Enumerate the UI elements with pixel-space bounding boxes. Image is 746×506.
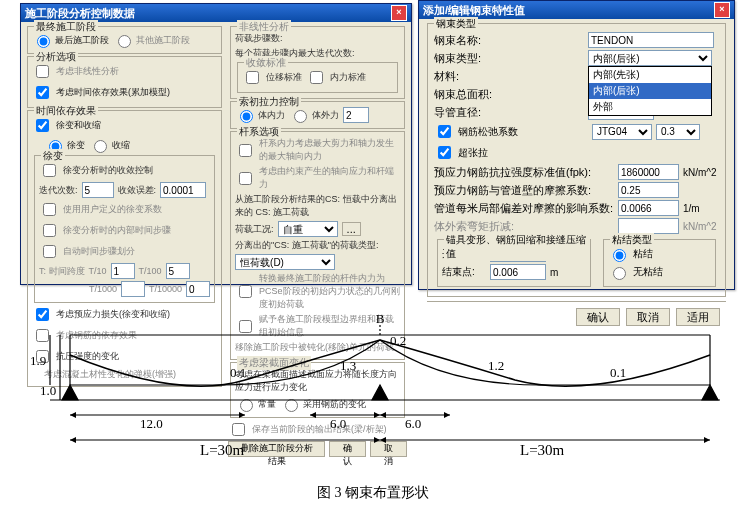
add-select[interactable]: 恒荷载(D)	[235, 254, 335, 270]
end-input[interactable]	[490, 264, 546, 280]
ecc-input[interactable]	[618, 218, 679, 234]
end-unit: m	[550, 267, 558, 278]
cable-legend: 索初拉力控制	[237, 95, 301, 109]
relax-label: 钢筋松弛系数	[458, 125, 588, 139]
tendon-property-dialog: 添加/编辑钢束特性值 × 钢束类型 钢束名称: 钢束类型: 内部(后张) 内部(…	[418, 0, 735, 290]
chk-timedep[interactable]	[36, 86, 49, 99]
relax-val-select[interactable]: 0.3	[656, 124, 700, 140]
opt-creep-label: 徐变	[67, 139, 85, 152]
construction-stage-dialog: 施工阶段分析控制数据 × 最终施工阶段 最后施工阶段 其他施工阶段 分析选项 考…	[20, 3, 412, 285]
chk-autostep[interactable]	[43, 245, 56, 258]
svg-text:0.1: 0.1	[610, 365, 626, 380]
lc-select[interactable]: 自重	[278, 221, 338, 237]
t100-input[interactable]	[166, 263, 190, 279]
chk-fr3[interactable]	[239, 285, 252, 298]
chk-fr2[interactable]	[239, 172, 252, 185]
chk-creep-shrink[interactable]	[36, 119, 49, 132]
bond-legend: 粘结类型	[610, 233, 654, 247]
chk-fr1[interactable]	[239, 144, 252, 157]
nl-legend: 非线性分析	[237, 20, 291, 34]
bond-yes-label: 粘结	[633, 247, 653, 261]
anchor-group: 锚具变形、钢筋回缩和接缝压缩值 开始点:m 结束点:m	[437, 239, 591, 287]
creep-shrink-label: 徐变和收缩	[56, 119, 101, 132]
tendon-layout-diagram: B 1.9 1.0 0.1 1.3 0.2 1.2 0.1 12.0 6.0 6…	[10, 300, 736, 500]
mu-input[interactable]	[618, 182, 679, 198]
nl-group: 非线性分析 荷载步骤数: 每个荷载步骤内最大迭代次数: 收敛标准 位移标准 内力…	[230, 26, 405, 99]
t1000-label: T/1000	[89, 284, 117, 294]
svg-text:1.3: 1.3	[340, 358, 356, 373]
t-label: T: 时间跨度	[39, 265, 85, 278]
tol-label: 收敛误差:	[118, 184, 157, 197]
chk-usercreep[interactable]	[43, 203, 56, 216]
anchor-legend: 锚具变形、钢筋回缩和接缝压缩值	[444, 233, 590, 261]
end-label: 结束点:	[442, 265, 486, 279]
svg-text:B: B	[376, 311, 385, 326]
chk-timestep[interactable]	[43, 224, 56, 237]
svg-text:6.0: 6.0	[330, 416, 346, 431]
ecc-label: 体外索弯矩折减:	[434, 219, 614, 234]
fpk-label: 预应力钢筋抗拉强度标准值(fpk):	[434, 165, 614, 180]
chk-disp[interactable]	[246, 71, 259, 84]
close-icon[interactable]: ×	[391, 5, 407, 21]
chk-conv[interactable]	[43, 164, 56, 177]
svg-text:12.0: 12.0	[140, 416, 163, 431]
chk-nonlinear[interactable]	[36, 65, 49, 78]
relax-code-select[interactable]: JTG04	[592, 124, 652, 140]
t10000-input[interactable]	[186, 281, 210, 297]
dd-opt-ext[interactable]: 外部	[589, 99, 711, 115]
fpk-input[interactable]	[618, 164, 679, 180]
chk-nonlinear-label: 考虑非线性分析	[56, 65, 119, 78]
t10-label: T/10	[89, 266, 107, 276]
overtension-label: 超张拉	[458, 146, 488, 160]
bond-group: 粘结类型 粘结 无粘结	[603, 239, 716, 287]
t10000-label: T/10000	[149, 284, 182, 294]
iter-input[interactable]	[82, 182, 114, 198]
area-label: 钢束总面积:	[434, 87, 584, 102]
tendon-type-legend: 钢束类型	[434, 17, 478, 31]
opt-shrink[interactable]	[94, 140, 107, 153]
relax-check[interactable]	[438, 125, 451, 138]
nl-conv-legend: 收敛标准	[244, 56, 288, 70]
name-input[interactable]	[588, 32, 714, 48]
close-icon[interactable]: ×	[714, 2, 730, 18]
name-label: 钢束名称:	[434, 33, 584, 48]
lc-label: 荷载工况:	[235, 223, 274, 236]
fpk-unit: kN/m^2	[683, 167, 717, 178]
k-input[interactable]	[618, 200, 679, 216]
overtension-check[interactable]	[438, 146, 451, 159]
opt-external[interactable]	[294, 110, 307, 123]
type-label: 钢束类型:	[434, 51, 584, 66]
t10-input[interactable]	[111, 263, 135, 279]
dd-opt-post[interactable]: 内部(后张)	[589, 83, 711, 99]
opt-last-stage[interactable]	[37, 35, 50, 48]
lc-pick[interactable]: ...	[342, 222, 361, 236]
svg-text:L=30m: L=30m	[520, 442, 565, 458]
iter-label: 迭代次数:	[39, 184, 78, 197]
tol-input[interactable]	[160, 182, 206, 198]
chk-timestep-label: 徐变分析时的内部时间步骤	[63, 224, 171, 237]
bond-yes[interactable]	[613, 249, 626, 262]
type-select[interactable]: 内部(后张)	[588, 50, 712, 66]
bond-no[interactable]	[613, 267, 626, 280]
cable-num[interactable]	[343, 107, 369, 123]
chk-timedep-label: 考虑时间依存效果(累加模型)	[56, 86, 170, 99]
analysis-legend: 分析选项	[34, 50, 78, 64]
opt-other-stage[interactable]	[118, 35, 131, 48]
dd-opt-pre[interactable]: 内部(先张)	[589, 67, 711, 83]
chk-fr2-label: 考虑由约束产生的轴向应力和杆端力	[259, 165, 400, 191]
k-label: 管道每米局部偏差对摩擦的影响系数:	[434, 201, 614, 216]
chk-force[interactable]	[310, 71, 323, 84]
t1000-input[interactable]	[121, 281, 145, 297]
frame-legend: 杆系选项	[237, 125, 281, 139]
chk-force-label: 内力标准	[330, 71, 366, 84]
svg-text:1.9: 1.9	[30, 353, 46, 368]
opt-last-stage-label: 最后施工阶段	[55, 34, 109, 47]
type-dropdown[interactable]: 内部(先张) 内部(后张) 外部	[588, 66, 712, 116]
frame-note: 从施工阶段分析结果的CS: 恒载中分离出来的 CS: 施工荷载	[235, 193, 400, 219]
tendon-type-group: 钢束类型 钢束名称: 钢束类型: 内部(后张) 内部(先张) 内部(后张) 外部…	[427, 23, 726, 297]
opt-internal[interactable]	[240, 110, 253, 123]
svg-text:L=30m: L=30m	[200, 442, 245, 458]
chk-fr1-label: 杆系内力考虑最大剪力和轴力发生的最大轴向内力	[259, 137, 400, 163]
opt-shrink-label: 收缩	[112, 139, 130, 152]
opt-external-label: 体外力	[312, 109, 339, 122]
